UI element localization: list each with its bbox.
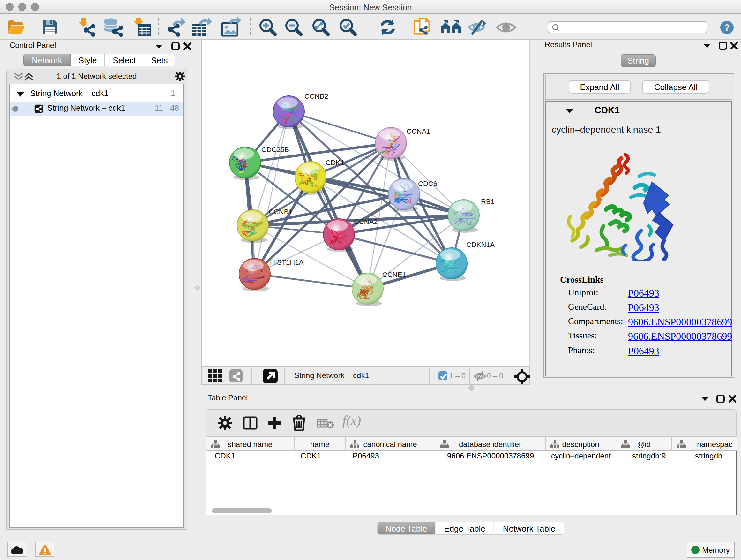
- svg-text:CCNB2: CCNB2: [305, 92, 328, 100]
- svg-text:HIST1H1A: HIST1H1A: [270, 258, 304, 266]
- svg-text:CCNA1: CCNA1: [407, 127, 430, 135]
- svg-text:CDC25B: CDC25B: [261, 145, 289, 153]
- svg-text:CDC6: CDC6: [418, 180, 437, 188]
- svg-text:CCNE1: CCNE1: [382, 271, 406, 279]
- svg-text:CDK1: CDK1: [326, 159, 344, 167]
- svg-text:?: ?: [724, 22, 730, 33]
- svg-text:RB1: RB1: [481, 198, 495, 206]
- svg-text:CDKN1A: CDKN1A: [466, 241, 495, 249]
- svg-text:CCNB1: CCNB1: [269, 208, 293, 216]
- svg-text:CCNA2: CCNA2: [354, 218, 378, 226]
